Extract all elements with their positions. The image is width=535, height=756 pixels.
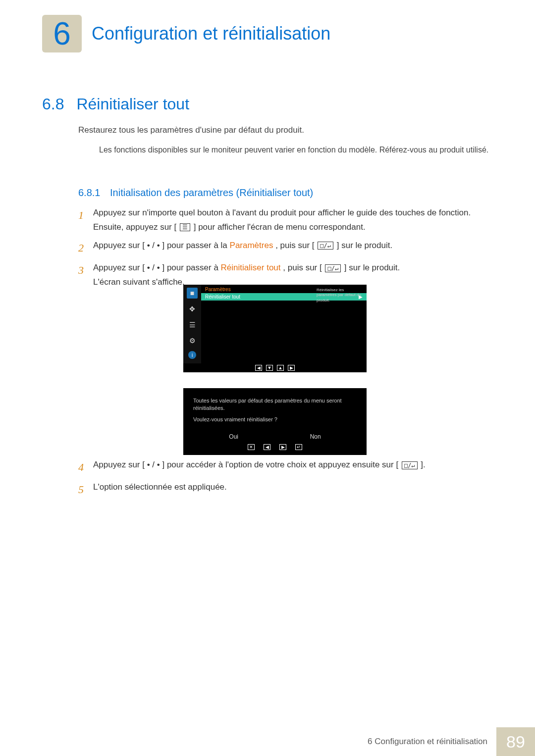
nav-left-icon: ◀ <box>255 365 262 371</box>
info-icon: i <box>188 351 196 359</box>
step-5: 5 L'option sélectionnée est appliquée. <box>78 480 490 499</box>
nav-down-icon: ▼ <box>266 365 273 371</box>
step-1: 1 Appuyez sur n'importe quel bouton à l'… <box>78 206 490 235</box>
steps-list-top: 1 Appuyez sur n'importe quel bouton à l'… <box>78 206 490 294</box>
intro-text: Restaurez tous les paramètres d'usine pa… <box>78 124 490 137</box>
step-2: 2 Appuyez sur [ • / • ] pour passer à la… <box>78 239 490 257</box>
osd-screenshots: ■ ✥ ☰ ⚙ i Paramètres Réinitialiser tout … <box>183 285 367 455</box>
step-2-text-a: Appuyez sur [ • / • ] pour passer à la <box>93 241 230 250</box>
step-3-text-b: , puis sur [ <box>283 263 321 272</box>
subsection-title: Initialisation des paramètres (Réinitial… <box>110 187 313 198</box>
step-2-highlight: Paramètres <box>230 241 273 250</box>
enter-icon: □/↵ <box>325 264 341 272</box>
footer-page-number: 89 <box>496 727 535 756</box>
section-heading: 6.8 Réinitialiser tout <box>42 95 189 113</box>
osd-sidebar-icons: ■ ✥ ☰ ⚙ i <box>183 285 201 371</box>
confirm-message-2: Voulez-vous vraiment réinitialiser ? <box>193 416 357 422</box>
enter-icon: □/↵ <box>318 242 333 250</box>
yes-button: Oui <box>229 433 238 440</box>
step-3-text-d: L'écran suivant s'affiche. <box>93 277 185 287</box>
section-number: 6.8 <box>42 95 64 113</box>
step-1-text-b: ] pour afficher l'écran de menu correspo… <box>194 222 366 232</box>
confirm-buttons: Oui Non <box>193 433 357 440</box>
osd-menu-screenshot: ■ ✥ ☰ ⚙ i Paramètres Réinitialiser tout … <box>183 285 367 371</box>
nav-right-icon: ▶ <box>288 365 295 371</box>
chapter-title: Configuration et réinitialisation <box>92 23 330 44</box>
step-4-text-b: ]. <box>421 460 425 469</box>
nav-close-icon: ✕ <box>248 444 255 450</box>
steps-list-bottom: 4 Appuyez sur [ • / • ] pour accéder à l… <box>78 458 490 503</box>
step-number: 5 <box>78 480 93 499</box>
chapter-header: 6 Configuration et réinitialisation <box>42 15 330 52</box>
monitor-icon: ■ <box>187 288 198 299</box>
confirm-nav-bar: ✕ ◀ ▶ ↵ <box>193 444 357 450</box>
move-icon: ✥ <box>187 303 198 314</box>
page-footer: 6 Configuration et réinitialisation 89 <box>0 727 535 756</box>
menu-icon: ☰ <box>180 223 190 231</box>
step-2-text-c: ] sur le produit. <box>337 241 392 250</box>
list-icon: ☰ <box>187 319 198 330</box>
section-title: Réinitialiser tout <box>76 95 189 113</box>
step-4-text-a: Appuyez sur [ • / • ] pour accéder à l'o… <box>93 460 398 469</box>
step-number: 4 <box>78 458 93 476</box>
step-3-text-a: Appuyez sur [ • / • ] pour passer à <box>93 263 221 272</box>
nav-left-icon: ◀ <box>264 444 270 450</box>
no-button: Non <box>310 433 321 440</box>
step-4: 4 Appuyez sur [ • / • ] pour accéder à l… <box>78 458 490 476</box>
step-2-text-b: , puis sur [ <box>275 241 314 250</box>
osd-confirm-dialog: Toutes les valeurs par défaut des paramè… <box>183 388 367 455</box>
note-text: Les fonctions disponibles sur le moniteu… <box>99 144 490 156</box>
step-number: 1 <box>78 206 93 235</box>
footer-chapter-label: 6 Configuration et réinitialisation <box>368 727 496 756</box>
step-3-text-c: ] sur le produit. <box>344 263 400 272</box>
nav-enter-icon: ↵ <box>295 444 302 450</box>
step-number: 3 <box>78 261 93 290</box>
confirm-message-1: Toutes les valeurs par défaut des paramè… <box>193 397 357 412</box>
step-5-text: L'option sélectionnée est appliquée. <box>93 480 490 499</box>
gear-icon: ⚙ <box>187 335 198 346</box>
enter-icon: □/↵ <box>402 461 418 469</box>
subsection-number: 6.8.1 <box>78 187 100 198</box>
osd-nav-bar: ◀ ▼ ▲ ▶ <box>183 363 367 372</box>
chapter-number-badge: 6 <box>42 15 82 52</box>
subsection-heading: 6.8.1 Initialisation des paramètres (Réi… <box>78 187 313 199</box>
step-3-highlight: Réinitialiser tout <box>221 263 281 272</box>
osd-help-text: Réinitialisez les paramètres par défaut … <box>317 288 364 303</box>
osd-row-label: Réinitialiser tout <box>205 294 240 300</box>
nav-up-icon: ▲ <box>277 365 284 371</box>
step-number: 2 <box>78 239 93 257</box>
nav-right-icon: ▶ <box>279 444 286 450</box>
